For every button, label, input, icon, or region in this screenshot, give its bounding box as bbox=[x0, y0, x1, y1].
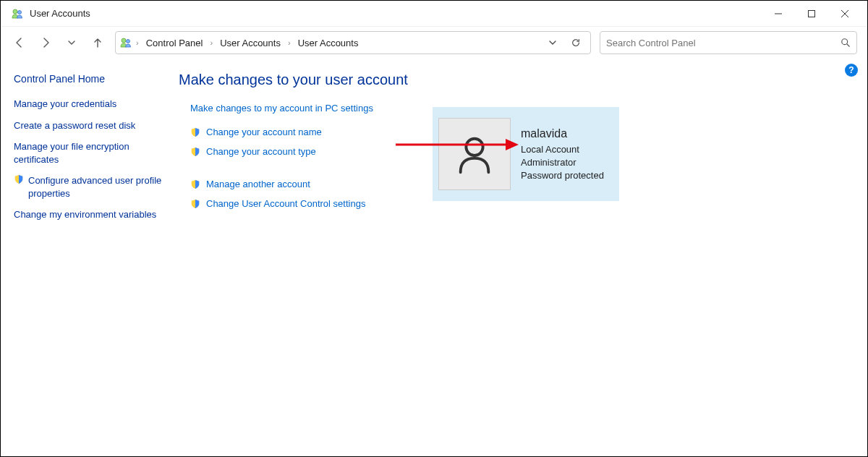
window-title: User Accounts bbox=[30, 8, 90, 19]
svg-rect-3 bbox=[809, 10, 815, 17]
navigation-toolbar: › Control Panel › User Accounts › User A… bbox=[1, 27, 867, 59]
sidebar-link-manage-encryption-certificates[interactable]: Manage your file encryption certificates bbox=[11, 140, 163, 166]
sidebar-link-change-environment-variables[interactable]: Change my environment variables bbox=[11, 208, 163, 221]
sidebar: Control Panel Home Manage your credentia… bbox=[11, 72, 163, 231]
shield-icon bbox=[190, 127, 200, 137]
sidebar-link-configure-advanced-profile[interactable]: Configure advanced user profile properti… bbox=[11, 174, 163, 200]
action-label: Change User Account Control settings bbox=[206, 198, 365, 209]
svg-point-6 bbox=[122, 38, 126, 43]
user-name: malavida bbox=[521, 126, 604, 142]
current-user-card: malavida Local Account Administrator Pas… bbox=[433, 107, 619, 201]
user-role: Administrator bbox=[521, 156, 604, 169]
title-bar: User Accounts bbox=[1, 1, 867, 27]
breadcrumb-user-accounts[interactable]: User Accounts bbox=[295, 36, 362, 50]
user-avatar bbox=[438, 118, 511, 190]
sidebar-link-control-panel-home[interactable]: Control Panel Home bbox=[11, 73, 163, 85]
breadcrumb-separator-icon: › bbox=[135, 38, 140, 47]
shield-icon bbox=[190, 179, 200, 189]
search-input[interactable] bbox=[606, 38, 841, 48]
recent-locations-button[interactable] bbox=[63, 34, 80, 51]
svg-line-9 bbox=[847, 44, 850, 47]
address-history-button[interactable] bbox=[542, 33, 563, 53]
sidebar-link-manage-credentials[interactable]: Manage your credentials bbox=[11, 98, 163, 111]
shield-icon bbox=[190, 199, 200, 209]
search-bar[interactable] bbox=[600, 31, 857, 54]
user-password-status: Password protected bbox=[521, 169, 604, 182]
breadcrumb-separator-icon: › bbox=[286, 38, 292, 47]
address-icon bbox=[120, 37, 132, 48]
sidebar-item-label: Manage your credentials bbox=[14, 98, 116, 111]
close-button[interactable] bbox=[828, 1, 861, 27]
shield-icon bbox=[190, 147, 200, 157]
minimize-button[interactable] bbox=[762, 1, 795, 27]
user-accounts-app-icon bbox=[11, 7, 24, 20]
action-label: Make changes to my account in PC setting… bbox=[190, 103, 373, 114]
up-button[interactable] bbox=[89, 34, 106, 51]
refresh-button[interactable] bbox=[566, 33, 586, 53]
sidebar-item-label: Configure advanced user profile properti… bbox=[28, 174, 163, 200]
svg-point-7 bbox=[127, 40, 130, 43]
shield-icon bbox=[14, 174, 24, 184]
sidebar-link-create-password-reset-disk[interactable]: Create a password reset disk bbox=[11, 119, 163, 132]
breadcrumb-separator-icon: › bbox=[208, 38, 214, 47]
search-icon bbox=[841, 38, 851, 48]
maximize-button[interactable] bbox=[795, 1, 828, 27]
forward-button[interactable] bbox=[37, 34, 54, 51]
address-bar[interactable]: › Control Panel › User Accounts › User A… bbox=[115, 31, 591, 54]
action-label: Change your account name bbox=[206, 127, 322, 137]
user-account-type: Local Account bbox=[521, 143, 604, 156]
page-title: Make changes to your user account bbox=[179, 72, 857, 88]
svg-point-0 bbox=[13, 9, 17, 14]
sidebar-item-label: Create a password reset disk bbox=[14, 119, 135, 132]
action-label: Manage another account bbox=[206, 179, 310, 189]
svg-point-10 bbox=[466, 139, 482, 155]
sidebar-item-label: Manage your file encryption certificates bbox=[14, 140, 163, 166]
back-button[interactable] bbox=[11, 34, 28, 51]
action-label: Change your account type bbox=[206, 146, 316, 157]
svg-point-1 bbox=[18, 10, 22, 14]
breadcrumb-control-panel[interactable]: Control Panel bbox=[143, 36, 206, 50]
sidebar-item-label: Change my environment variables bbox=[14, 208, 156, 221]
breadcrumb-user-accounts-category[interactable]: User Accounts bbox=[217, 36, 284, 50]
